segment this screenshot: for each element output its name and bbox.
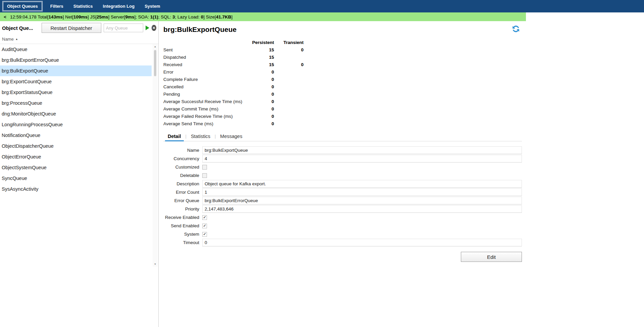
queue-list-item[interactable]: ObjectErrorQueue [0, 151, 152, 162]
field-name-input[interactable] [202, 146, 522, 154]
queue-list-item[interactable]: ObjectSystemQueue [0, 162, 152, 173]
stat-value-transient: 0 [274, 47, 304, 52]
stat-value-persistent: 15 [247, 62, 274, 67]
nav-item-integration-log[interactable]: Integration Log [99, 2, 139, 10]
queue-list-panel: Object Que... Restart Dispatcher ✕ Name … [0, 21, 159, 327]
restart-dispatcher-button[interactable]: Restart Dispatcher [42, 23, 101, 33]
stat-row: Pending0 [163, 90, 522, 98]
name-column-label: Name [2, 37, 14, 42]
stat-value-persistent: 0 [247, 69, 274, 75]
field-label-concurrency: Concurrency [163, 156, 202, 161]
status-segment: ; SQL: [158, 14, 172, 19]
queue-list-item[interactable]: brg:ProcessQueue [0, 98, 152, 108]
stat-row: Average Commit Time (ms)0 [163, 105, 522, 112]
stat-row: Average Successful Receive Time (ms)0 [163, 98, 522, 105]
stat-row: Sent150 [163, 46, 522, 53]
stat-label: Average Send Time (ms) [163, 121, 247, 126]
queue-list-item[interactable]: brg:BulkExportErrorQueue [0, 55, 152, 65]
stat-label: Cancelled [163, 84, 247, 89]
tab-messages[interactable]: Messages [216, 132, 247, 141]
queue-list-item[interactable]: SysAsyncActivity [0, 184, 152, 194]
page-title: brg:BulkExportQueue [163, 21, 522, 34]
queue-list-item[interactable]: LongRunningProcessQueue [0, 119, 152, 130]
stat-row: Average Send Time (ms)0 [163, 120, 522, 127]
form-row: Customized [163, 163, 522, 171]
field-concurrency-input[interactable] [202, 155, 522, 162]
form-row: Error Count [163, 188, 522, 196]
stat-value-persistent: 0 [247, 106, 274, 111]
nav-item-statistics[interactable]: Statistics [70, 2, 97, 10]
stat-label: Error [163, 69, 247, 75]
queue-list-item[interactable]: brg:ExportStatusQueue [0, 87, 152, 98]
nav-item-filters[interactable]: Filters [47, 2, 67, 10]
field-label-error-queue: Error Queue [163, 198, 202, 203]
stat-value-persistent: 15 [247, 55, 274, 60]
queue-list-item[interactable]: dng:MonitorObjectQueue [0, 108, 152, 119]
field-system-checkbox[interactable]: ✓ [202, 232, 207, 237]
stat-value-persistent: 0 [247, 99, 274, 104]
refresh-icon[interactable] [511, 24, 521, 35]
stat-value-persistent: 0 [247, 121, 274, 126]
form-row: Description [163, 180, 522, 188]
scrollbar-thumb[interactable] [154, 50, 156, 76]
queue-list-item[interactable]: SyncQueue [0, 173, 152, 184]
nav-item-object-queues[interactable]: Object Queues [3, 2, 42, 11]
sort-ascending-icon: ▲ [15, 38, 18, 41]
stat-label: Sent [163, 47, 247, 52]
scroll-up-icon[interactable]: ▲ [153, 44, 158, 49]
queue-list-item[interactable]: ObjectDispatcherQueue [0, 141, 152, 151]
stats-column-persistent: Persistent [247, 40, 274, 45]
queue-list-item[interactable]: NotificationQueue [0, 130, 152, 141]
form-row: Name [163, 146, 522, 154]
run-filter-icon[interactable] [146, 26, 149, 30]
queue-detail-form: NameConcurrencyCustomizedDeletableDescri… [163, 146, 522, 246]
queue-list-item[interactable]: brg:BulkExportQueue [0, 65, 152, 76]
stats-rows: Sent150Dispatched15Received150Error0Comp… [163, 46, 522, 127]
field-label-send-enabled: Send Enabled [163, 223, 202, 228]
status-segment: 41.7KB [216, 14, 231, 19]
queue-list-item[interactable]: brg:ExportCountQueue [0, 76, 152, 87]
form-row: System✓ [163, 230, 522, 238]
queue-list-item[interactable]: AuditQueue [0, 44, 152, 55]
tab-detail[interactable]: Detail [163, 132, 185, 141]
field-description-input[interactable] [202, 180, 522, 188]
stat-row: Dispatched15 [163, 53, 522, 61]
stat-row: Error0 [163, 68, 522, 76]
status-segment: ] JS[ [88, 14, 97, 19]
form-row: Receive Enabled✓ [163, 214, 522, 221]
status-segment: 143ms [49, 14, 63, 19]
stat-row: Cancelled0 [163, 83, 522, 90]
field-label-customized: Customized [163, 165, 202, 170]
field-receive-enabled-checkbox[interactable]: ✓ [202, 215, 207, 220]
form-row: Send Enabled✓ [163, 222, 522, 230]
left-panel-scrollbar[interactable]: ▲ ▼ [153, 44, 158, 267]
queue-panel-header: Object Que... Restart Dispatcher ✕ [0, 21, 158, 35]
stat-value-persistent: 0 [247, 77, 274, 82]
form-row: Priority [163, 205, 522, 213]
content-layout: Object Que... Restart Dispatcher ✕ Name … [0, 21, 644, 327]
collapse-arrow-icon[interactable]: < [0, 14, 10, 19]
name-column-header[interactable]: Name ▲ [0, 35, 158, 44]
field-priority-input[interactable] [202, 205, 522, 213]
field-error-count-input[interactable] [202, 188, 522, 196]
status-segment: ] Server[ [108, 14, 125, 19]
stat-label: Average Commit Time (ms) [163, 106, 247, 111]
field-timeout-input[interactable] [202, 239, 522, 246]
edit-button[interactable]: Edit [461, 252, 522, 262]
tab-statistics[interactable]: Statistics [186, 132, 215, 141]
form-actions: Edit [163, 252, 522, 262]
app-root: Object QueuesFiltersStatisticsIntegratio… [0, 0, 644, 327]
scroll-down-icon[interactable]: ▼ [153, 262, 158, 267]
stat-label: Average Successful Receive Time (ms) [163, 99, 247, 104]
field-deletable-checkbox[interactable] [202, 173, 207, 178]
top-nav: Object QueuesFiltersStatisticsIntegratio… [0, 0, 644, 12]
field-customized-checkbox[interactable] [202, 165, 207, 170]
status-segment: ; Lazy Load: [175, 14, 201, 19]
field-error-queue-input[interactable] [202, 197, 522, 204]
stat-row: Received150 [163, 61, 522, 68]
field-send-enabled-checkbox[interactable]: ✓ [202, 224, 207, 228]
queue-filter-input[interactable] [104, 24, 143, 32]
nav-item-system[interactable]: System [141, 2, 164, 10]
clear-filter-icon[interactable]: ✕ [152, 25, 156, 31]
detail-tab-bar: Detail|Statistics|Messages [163, 131, 522, 141]
